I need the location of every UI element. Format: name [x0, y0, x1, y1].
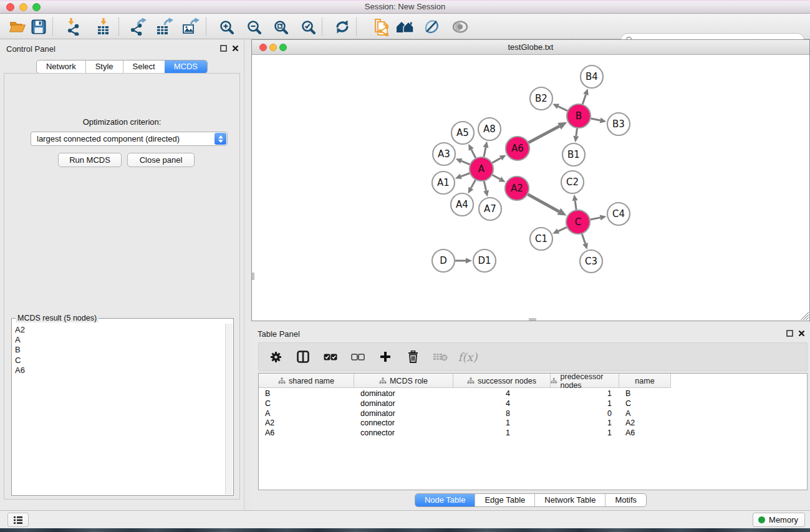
table-cell[interactable]: connector: [354, 418, 453, 428]
table-cell[interactable]: C: [619, 399, 671, 409]
tab-style[interactable]: Style: [85, 60, 123, 73]
add-column-button[interactable]: [376, 347, 395, 366]
column-header-shared-name[interactable]: shared name: [259, 374, 354, 388]
graph-edge-B-B4[interactable]: [582, 94, 586, 104]
mcds-result-item[interactable]: A2: [15, 325, 225, 335]
column-header-predecessor-nodes[interactable]: predecessor nodes: [551, 374, 619, 388]
mcds-result-item[interactable]: C: [15, 355, 225, 365]
table-row[interactable]: Adominator80A: [259, 409, 671, 418]
graph-edge-A6-B[interactable]: [529, 126, 559, 142]
tab-node-table[interactable]: Node Table: [415, 494, 475, 506]
network-vscroll-thumb[interactable]: [252, 273, 254, 280]
settings-gear-button[interactable]: [266, 347, 285, 366]
tab-mcds[interactable]: MCDS: [165, 60, 207, 73]
graph-edge-A-A2[interactable]: [493, 175, 500, 180]
table-cell[interactable]: 1: [453, 428, 551, 438]
tab-select[interactable]: Select: [123, 60, 165, 73]
graph-edge-C-C1[interactable]: [558, 227, 567, 231]
table-cell[interactable]: A: [619, 409, 671, 418]
open-file-button[interactable]: [6, 17, 29, 37]
criterion-dropdown[interactable]: largest connected component (directed): [31, 132, 228, 146]
save-session-button[interactable]: [27, 17, 50, 37]
close-panel-icon[interactable]: [232, 45, 239, 52]
tab-edge-table[interactable]: Edge Table: [475, 494, 534, 506]
task-history-button[interactable]: [7, 513, 29, 527]
graph-edge-A-A8[interactable]: [484, 147, 486, 157]
refresh-button[interactable]: [331, 17, 354, 37]
mcds-result-item[interactable]: A: [15, 335, 225, 345]
graph-edge-A-A6[interactable]: [492, 158, 501, 163]
delete-table-button[interactable]: [431, 347, 450, 366]
function-builder-button[interactable]: f(x): [458, 347, 477, 366]
table-cell[interactable]: A: [259, 409, 354, 418]
column-header-successor-nodes[interactable]: successor nodes: [453, 374, 551, 388]
tab-motifs[interactable]: Motifs: [605, 494, 646, 506]
table-cell[interactable]: 8: [453, 409, 551, 418]
network-hscroll-thumb[interactable]: [529, 318, 536, 321]
table-cell[interactable]: connector: [354, 428, 453, 438]
table-cell[interactable]: 1: [551, 418, 619, 428]
table-row[interactable]: Bdominator41B: [259, 389, 671, 399]
network-canvas[interactable]: B4B2BB3A8A5A6A3B1AA1C2A2A4A7C4CC1C3DD1: [252, 55, 809, 321]
table-cell[interactable]: 1: [453, 418, 551, 428]
resize-grip-icon[interactable]: [801, 312, 809, 320]
column-header-mcds-role[interactable]: MCDS role: [354, 374, 453, 388]
table-row[interactable]: A2connector11A2: [259, 418, 671, 428]
zoom-out-button[interactable]: [243, 17, 265, 37]
close-panel-button[interactable]: Close panel: [127, 153, 195, 167]
graph-edge-A-A7[interactable]: [484, 181, 486, 191]
export-table-button[interactable]: [153, 17, 176, 37]
table-cell[interactable]: A2: [619, 418, 671, 428]
graph-edge-A-A3[interactable]: [461, 161, 470, 164]
zoom-selected-button[interactable]: [297, 17, 319, 37]
table-row[interactable]: Cdominator41C: [259, 399, 671, 409]
table-cell[interactable]: 1: [551, 389, 619, 399]
export-image-button[interactable]: [180, 17, 202, 37]
table-cell[interactable]: dominator: [354, 389, 453, 399]
graph-edge-A2-C[interactable]: [528, 195, 559, 211]
graph-edge-A-A4[interactable]: [471, 180, 475, 188]
graph-edge-C-C3[interactable]: [582, 234, 585, 244]
table-cell[interactable]: 1: [551, 399, 619, 409]
table-cell[interactable]: C: [259, 399, 354, 409]
open-document-button[interactable]: [369, 17, 392, 37]
graph-edge-C-C4[interactable]: [591, 218, 600, 220]
column-header-name[interactable]: name: [619, 374, 671, 388]
table-cell[interactable]: 4: [453, 399, 551, 409]
mcds-result-item[interactable]: A6: [15, 365, 225, 375]
delete-column-button[interactable]: [403, 347, 422, 366]
import-network-button[interactable]: [63, 17, 85, 37]
graph-edge-C-C2[interactable]: [575, 201, 576, 210]
show-graphics-details-button[interactable]: [449, 17, 471, 37]
mcds-result-item[interactable]: B: [15, 345, 225, 355]
tab-network-table[interactable]: Network Table: [534, 494, 605, 506]
select-all-checks-button[interactable]: [321, 347, 340, 366]
graph-edge-A-A5[interactable]: [471, 150, 476, 158]
graph-edge-A-A1[interactable]: [461, 173, 470, 177]
zoom-fit-button[interactable]: [269, 17, 292, 37]
float-panel-icon[interactable]: [220, 45, 227, 52]
graph-edge-B-B1[interactable]: [576, 128, 577, 136]
memory-button[interactable]: Memory: [753, 513, 805, 527]
export-network-button[interactable]: [127, 17, 150, 37]
table-cell[interactable]: 0: [551, 409, 619, 418]
table-cell[interactable]: B: [619, 389, 671, 399]
table-cell[interactable]: A2: [259, 418, 354, 428]
table-cell[interactable]: A6: [259, 428, 354, 438]
table-cell[interactable]: 1: [551, 428, 619, 438]
hide-graphics-details-button[interactable]: [420, 17, 443, 37]
table-cell[interactable]: 4: [453, 389, 551, 399]
table-row[interactable]: A6connector11A6: [259, 428, 671, 438]
zoom-in-button[interactable]: [215, 17, 238, 37]
column-visibility-button[interactable]: [294, 347, 312, 366]
graph-edge-B-B2[interactable]: [558, 107, 567, 111]
tab-network[interactable]: Network: [37, 60, 85, 73]
run-mcds-button[interactable]: Run MCDS: [58, 153, 122, 167]
result-scrollbar[interactable]: [225, 324, 233, 495]
home-button[interactable]: [394, 17, 417, 37]
close-table-panel-icon[interactable]: [798, 330, 805, 337]
import-table-button[interactable]: [92, 17, 115, 37]
graph-edge-B-B3[interactable]: [591, 118, 600, 120]
table-cell[interactable]: dominator: [354, 409, 453, 418]
float-table-panel-icon[interactable]: [786, 330, 793, 337]
